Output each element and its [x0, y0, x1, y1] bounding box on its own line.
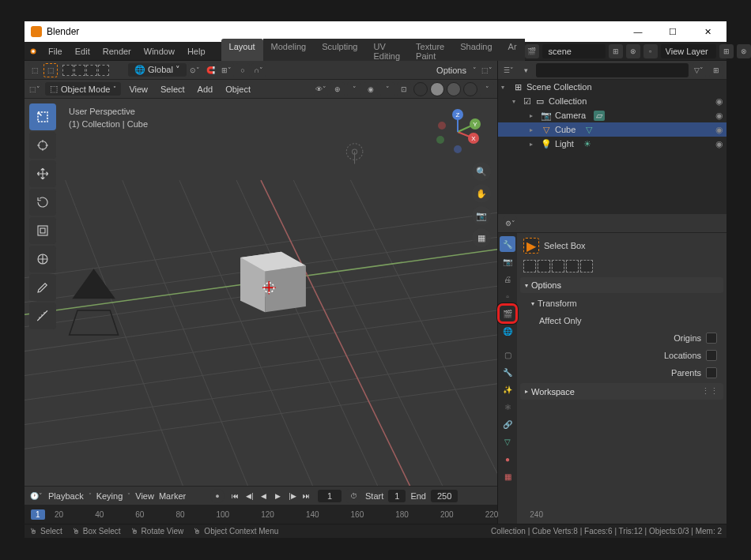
autokey-icon[interactable]: ● — [210, 489, 225, 503]
camera-view-icon[interactable]: 📷 — [472, 206, 491, 225]
preview-range-icon[interactable]: ⏱ — [346, 489, 360, 503]
shading-material[interactable] — [447, 82, 461, 96]
tool-annotate[interactable] — [29, 274, 56, 301]
scene-name-input[interactable] — [542, 44, 606, 58]
viewlayer-remove-icon[interactable]: ⊗ — [737, 44, 751, 58]
tool-transform[interactable] — [29, 246, 56, 272]
play-icon[interactable]: ▶ — [272, 490, 285, 502]
outliner-display-icon[interactable]: ▾ — [519, 63, 533, 77]
timeline-playback[interactable]: Playback — [48, 491, 84, 501]
menu-help[interactable]: Help — [181, 43, 212, 59]
tool-move[interactable] — [29, 160, 56, 187]
tab-constraints[interactable]: 🔗 — [500, 416, 515, 432]
parents-checkbox[interactable] — [706, 367, 717, 378]
eye-icon[interactable]: ◉ — [715, 111, 723, 121]
blender-icon[interactable] — [28, 43, 39, 59]
jump-start-icon[interactable]: ⏮ — [229, 490, 242, 502]
tab-viewlayer[interactable]: ▫ — [500, 288, 515, 304]
overlays-icon[interactable]: ◉ — [364, 82, 378, 96]
snap-icon[interactable]: 🧲 — [204, 63, 218, 77]
tab-physics[interactable]: ⚛ — [500, 399, 515, 415]
workspace-panel-header[interactable]: ▸Workspace ⋮⋮ — [520, 383, 723, 400]
tab-layout[interactable]: Layout — [221, 39, 263, 64]
tab-tool[interactable]: 🔧 — [500, 236, 515, 252]
tab-modeling[interactable]: Modeling — [263, 39, 315, 64]
play-reverse-icon[interactable]: ◀ — [258, 490, 270, 502]
select-mode-4[interactable] — [98, 65, 109, 76]
tool-measure[interactable] — [29, 303, 56, 329]
viewport-3d[interactable]: User Perspective (1) Collection | Cube X — [25, 99, 497, 486]
select-mode-2[interactable] — [74, 65, 85, 76]
menu-edit[interactable]: Edit — [69, 43, 96, 59]
select-extend-icon[interactable] — [538, 260, 550, 272]
tab-texture[interactable]: ▦ — [500, 468, 515, 484]
properties-editor-icon[interactable]: ⚙˅ — [503, 216, 517, 231]
tab-object[interactable]: ▢ — [500, 347, 515, 363]
outliner-light[interactable]: ▸💡 Light ☀ ◉ — [498, 137, 726, 151]
tab-sculpting[interactable]: Sculpting — [314, 39, 365, 64]
select-intersect-icon[interactable] — [580, 260, 593, 272]
tab-scene[interactable]: 🎬 — [500, 306, 515, 321]
shading-wireframe[interactable] — [413, 82, 428, 96]
locations-checkbox[interactable] — [706, 350, 717, 361]
select-invert-icon[interactable] — [566, 260, 579, 272]
tab-render[interactable]: 📷 — [500, 254, 515, 269]
tab-particles[interactable]: ✨ — [500, 381, 515, 397]
pan-icon[interactable]: ✋ — [472, 184, 491, 203]
editor-type-icon[interactable]: ⬚ — [28, 63, 42, 77]
outliner-editor-icon[interactable]: ☰˅ — [501, 63, 515, 77]
header-add[interactable]: Add — [193, 85, 218, 94]
shading-solid[interactable] — [430, 82, 444, 96]
viewlayer-new-icon[interactable]: ⊞ — [719, 44, 734, 58]
outliner-collection[interactable]: ▾☑ ▭ Collection ◉ — [498, 94, 726, 108]
gizmo-toggle-icon[interactable]: ⊕ — [330, 82, 345, 96]
outliner-camera[interactable]: ▸📷 Camera ▱ ◉ — [498, 108, 726, 122]
menu-render[interactable]: Render — [96, 43, 138, 59]
tab-uv-editing[interactable]: UV Editing — [365, 39, 408, 64]
navigation-gizmo[interactable]: X Y Z — [434, 108, 481, 159]
orientation-dropdown[interactable]: 🌐 Global ˅ — [128, 63, 187, 77]
xray-icon[interactable]: ⊡ — [397, 82, 411, 96]
scene-browse-icon[interactable]: 🎬 — [525, 44, 539, 58]
snap-type-icon[interactable]: ⊞˅ — [220, 63, 234, 77]
checkbox-icon[interactable]: ☑ — [523, 96, 531, 107]
eye-icon[interactable]: ◉ — [715, 125, 723, 135]
outliner-scene-collection[interactable]: ▾⊞ Scene Collection — [498, 80, 726, 94]
proportional-icon[interactable]: ○ — [236, 63, 250, 77]
proportional-falloff-icon[interactable]: ∩˅ — [251, 63, 266, 77]
end-frame-input[interactable]: 250 — [431, 490, 458, 502]
tab-animation[interactable]: Ar — [500, 39, 525, 64]
overlays-dropdown-icon[interactable]: ˅ — [380, 82, 394, 96]
eye-icon[interactable]: ◉ — [715, 139, 723, 149]
start-frame-input[interactable]: 1 — [388, 490, 406, 502]
pivot-icon[interactable]: ⊙˅ — [188, 63, 202, 77]
viewlayer-icon[interactable]: ▫ — [643, 44, 658, 58]
scene-pin-icon[interactable]: ⊗ — [626, 44, 640, 58]
scene-list-icon[interactable]: ⊞ — [609, 44, 623, 58]
maximize-button[interactable]: ☐ — [663, 22, 682, 41]
tab-modifiers[interactable]: 🔧 — [500, 364, 515, 380]
tool-cursor[interactable] — [29, 132, 56, 159]
timeline-editor-icon[interactable]: 🕐˅ — [29, 489, 43, 503]
select-mode-1[interactable] — [62, 65, 74, 76]
viewlayer-input[interactable] — [661, 44, 716, 58]
timeline-keying[interactable]: Keying — [96, 491, 123, 501]
viewport-editor-icon[interactable]: ⬚˅ — [28, 82, 42, 96]
options-dropdown[interactable]: Options — [433, 66, 470, 75]
transform-subheader[interactable]: ▾Transform — [520, 296, 723, 310]
new-collection-icon[interactable]: ⊞ — [709, 63, 723, 77]
select-new-icon[interactable] — [523, 260, 536, 272]
current-frame-input[interactable]: 1 — [318, 490, 342, 502]
select-mode-3[interactable] — [86, 65, 97, 76]
tool-rotate[interactable] — [29, 189, 56, 216]
outliner[interactable]: ▾⊞ Scene Collection ▾☑ ▭ Collection ◉ ▸📷… — [498, 80, 726, 214]
keyframe-prev-icon[interactable]: ◀| — [243, 490, 256, 502]
close-button[interactable]: ✕ — [698, 22, 717, 41]
tool-select-box[interactable] — [29, 103, 56, 130]
timeline-marker[interactable]: Marker — [159, 491, 186, 501]
tool-settings-icon[interactable]: ⬚˅ — [480, 63, 494, 77]
header-object[interactable]: Object — [221, 85, 255, 94]
eye-icon[interactable]: ◉ — [715, 96, 723, 107]
options-panel-header[interactable]: ▾Options — [520, 277, 723, 293]
origins-checkbox[interactable] — [706, 333, 717, 344]
